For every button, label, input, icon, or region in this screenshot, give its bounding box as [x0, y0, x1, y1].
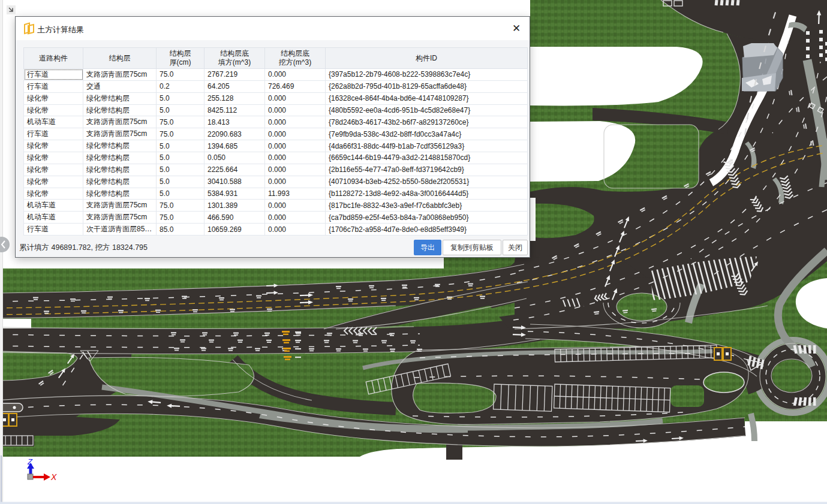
svg-text:X: X: [50, 472, 57, 482]
